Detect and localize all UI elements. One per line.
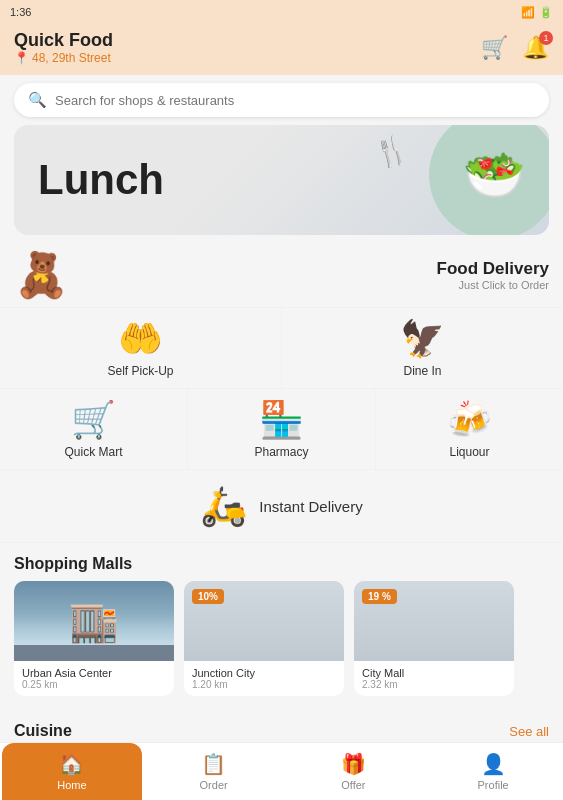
location-subtitle: 📍 48, 29th Street (14, 51, 113, 65)
service-row-2: 🛒 Quick Mart 🏪 Pharmacy 🍻 Liquour (0, 389, 563, 470)
mall-image-2: 10% (184, 581, 344, 661)
quick-mart-label: Quick Mart (64, 445, 122, 459)
service-dine-in[interactable]: 🦅 Dine In (282, 308, 563, 388)
nav-home-label: Home (57, 779, 86, 791)
hero-text: Lunch (14, 156, 164, 204)
instant-delivery-label: Instant Delivery (259, 498, 362, 515)
notification-button[interactable]: 🔔 1 (522, 35, 549, 61)
app-title: Quick Food (14, 30, 113, 51)
fork-icon: 🍴 (370, 131, 412, 172)
nav-home[interactable]: 🏠 Home (2, 743, 142, 800)
nav-profile[interactable]: 👤 Profile (423, 743, 563, 800)
mall-card-city-mall[interactable]: 19 % City Mall 2.32 km (354, 581, 514, 696)
mall-dist-1: 0.25 km (22, 679, 166, 690)
nav-order[interactable]: 📋 Order (144, 743, 284, 800)
mall-card-junction-city[interactable]: 10% Junction City 1.20 km (184, 581, 344, 696)
location-icon: 📍 (14, 51, 29, 65)
shopping-malls-header: Shopping Malls (0, 543, 563, 581)
food-delivery-subtitle: Just Click to Order (437, 279, 549, 291)
status-bar: 1:36 📶 🔋 (0, 0, 563, 24)
food-delivery-text: Food Delivery Just Click to Order (437, 259, 549, 291)
status-icons: 📶 🔋 (521, 6, 553, 19)
search-bar[interactable]: 🔍 (14, 83, 549, 117)
food-delivery-title: Food Delivery (437, 259, 549, 279)
main-content: Lunch 🍴 🥗 🧸 Food Delivery Just Click to … (0, 125, 563, 800)
cart-button[interactable]: 🛒 (481, 35, 508, 61)
mall-info-1: Urban Asia Center 0.25 km (14, 661, 174, 696)
self-pickup-label: Self Pick-Up (107, 364, 173, 378)
search-icon: 🔍 (28, 91, 47, 109)
wifi-icon: 🔋 (539, 6, 553, 19)
hero-banner: Lunch 🍴 🥗 (14, 125, 549, 235)
header-left: Quick Food 📍 48, 29th Street (14, 30, 113, 65)
mall-image-3: 19 % (354, 581, 514, 661)
pharmacy-label: Pharmacy (254, 445, 308, 459)
liquour-icon: 🍻 (447, 399, 492, 441)
service-liquour[interactable]: 🍻 Liquour (376, 389, 563, 469)
mall-name-2: Junction City (192, 667, 336, 679)
service-quick-mart[interactable]: 🛒 Quick Mart (0, 389, 188, 469)
instant-delivery-icon: 🛵 (200, 484, 247, 528)
discount-badge-2: 10% (192, 589, 224, 604)
nav-profile-label: Profile (478, 779, 509, 791)
cuisine-see-all[interactable]: See all (509, 724, 549, 739)
discount-badge-3: 19 % (362, 589, 397, 604)
food-circle: 🥗 (429, 125, 549, 235)
search-input[interactable] (55, 93, 535, 108)
nav-offer-label: Offer (341, 779, 365, 791)
liquour-label: Liquour (449, 445, 489, 459)
shopping-malls-title: Shopping Malls (14, 555, 132, 573)
mall-card-urban-asia[interactable]: Urban Asia Center 0.25 km (14, 581, 174, 696)
dine-in-icon: 🦅 (400, 318, 445, 360)
nav-order-label: Order (200, 779, 228, 791)
service-self-pickup[interactable]: 🤲 Self Pick-Up (0, 308, 282, 388)
self-pickup-icon: 🤲 (118, 318, 163, 360)
mall-name-3: City Mall (362, 667, 506, 679)
quick-mart-icon: 🛒 (71, 399, 116, 441)
cuisine-title: Cuisine (14, 722, 72, 740)
status-time: 1:36 (10, 6, 31, 18)
bottom-nav: 🏠 Home 📋 Order 🎁 Offer 👤 Profile (0, 742, 563, 800)
food-delivery-mascot: 🧸 (14, 249, 69, 301)
order-icon: 📋 (201, 752, 226, 776)
service-row-1: 🤲 Self Pick-Up 🦅 Dine In (0, 308, 563, 389)
nav-offer[interactable]: 🎁 Offer (284, 743, 424, 800)
food-delivery-section[interactable]: 🧸 Food Delivery Just Click to Order (0, 243, 563, 308)
pharmacy-icon: 🏪 (259, 399, 304, 441)
mall-name-1: Urban Asia Center (22, 667, 166, 679)
dine-in-label: Dine In (403, 364, 441, 378)
home-icon: 🏠 (59, 752, 84, 776)
notification-badge: 1 (539, 31, 553, 45)
service-pharmacy[interactable]: 🏪 Pharmacy (188, 389, 376, 469)
offer-icon: 🎁 (341, 752, 366, 776)
signal-icon: 📶 (521, 6, 535, 19)
instant-delivery-section[interactable]: 🛵 Instant Delivery (0, 470, 563, 543)
header: Quick Food 📍 48, 29th Street 🛒 🔔 1 (0, 24, 563, 75)
mall-dist-2: 1.20 km (192, 679, 336, 690)
profile-icon: 👤 (481, 752, 506, 776)
mall-dist-3: 2.32 km (362, 679, 506, 690)
hero-food-image: 🍴 🥗 (255, 125, 549, 235)
header-icons: 🛒 🔔 1 (481, 35, 549, 61)
mall-image-1 (14, 581, 174, 661)
cart-icon: 🛒 (481, 35, 508, 60)
malls-scroll: Urban Asia Center 0.25 km 10% Junction C… (0, 581, 563, 710)
mall-info-3: City Mall 2.32 km (354, 661, 514, 696)
mall-info-2: Junction City 1.20 km (184, 661, 344, 696)
